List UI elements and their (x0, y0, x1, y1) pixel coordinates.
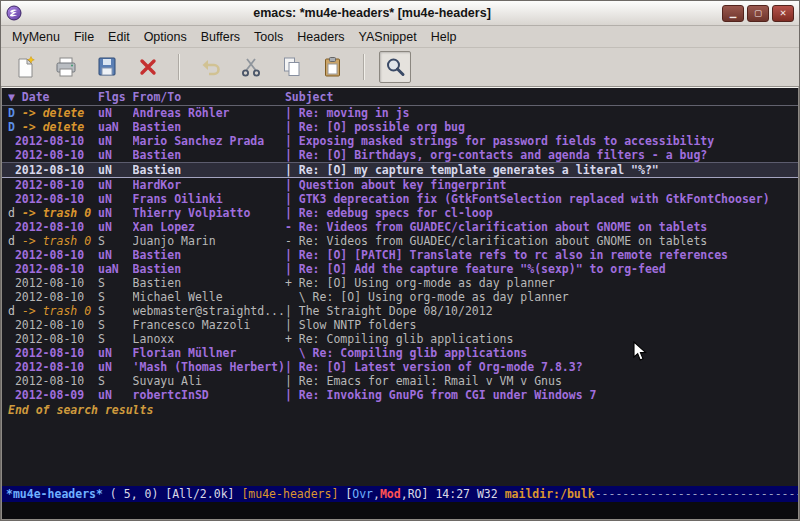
print-button[interactable] (50, 51, 82, 83)
message-row[interactable]: D -> deleteuaNBastien| Re: [O] possible … (2, 120, 798, 134)
message-row[interactable]: 2012-08-10uaNBastien| Re: [O] Add the ca… (2, 262, 798, 276)
message-row[interactable]: 2012-08-10uNHardKor| Question about key … (2, 178, 798, 192)
mark-char: d (8, 304, 15, 318)
menu-buffers[interactable]: Buffers (194, 28, 247, 46)
cell-flags: S (98, 290, 133, 304)
cell-from: robertcInSD (133, 388, 285, 402)
cell-subject: | The Straight Dope 08/10/2012 (285, 304, 798, 318)
header-date[interactable]: ▼ Date (8, 90, 98, 105)
mark-char: D (8, 120, 15, 134)
cell-from: webmaster@straightd... (133, 304, 285, 318)
cell-flags: uN (98, 192, 133, 206)
cell-date: D -> delete (8, 106, 98, 120)
close-buffer-button[interactable] (132, 51, 164, 83)
message-list: D -> deleteuNAndreas Röhler| Re: moving … (2, 106, 798, 402)
header-from[interactable]: From/To (133, 90, 285, 105)
minimize-button[interactable]: ▁ (722, 5, 744, 22)
cell-subject: - Re: Videos from GUADEC/clarification a… (285, 220, 798, 234)
message-row[interactable]: 2012-08-10uNBastien| Re: [O] Birthdays, … (2, 148, 798, 162)
modeline-modified-flag: Mod (380, 487, 401, 501)
cell-subject: | Re: [O] Add the capture feature "%(sex… (285, 262, 798, 276)
cell-from: Bastien (133, 276, 285, 290)
cell-from: Bastien (133, 148, 285, 162)
close-button[interactable]: ✕ (772, 5, 794, 22)
cell-flags: uN (98, 220, 133, 234)
new-file-icon (13, 55, 37, 79)
cell-flags: uN (98, 148, 133, 162)
mu4e-headers-buffer[interactable]: ▼ Date Flgs From/To Subject D -> deleteu… (2, 88, 798, 486)
message-row[interactable]: 2012-08-10uNMario Sanchez Prada| Exposin… (2, 134, 798, 148)
message-row[interactable]: 2012-08-10uNBastien| Re: [O] [PATCH] Tra… (2, 248, 798, 262)
message-row[interactable]: 2012-08-10SSuvayu Ali| Re: Emacs for ema… (2, 374, 798, 388)
cell-subject: | Re: [O] Latest version of Org-mode 7.8… (285, 360, 798, 374)
message-row[interactable]: 2012-08-10SFrancesco Mazzoli| Slow NNTP … (2, 318, 798, 332)
close-buffer-icon (136, 55, 160, 79)
menu-tools[interactable]: Tools (247, 28, 290, 46)
cell-subject: | Re: [O] possible org bug (285, 120, 798, 134)
new-file-button[interactable] (9, 51, 41, 83)
cell-flags: S (98, 374, 133, 388)
search-icon (383, 55, 407, 79)
cell-subject: | Re: moving in js (285, 106, 798, 120)
message-row[interactable]: 2012-08-10SMichael Welle \ Re: [O] Using… (2, 290, 798, 304)
menu-mymenu[interactable]: MyMenu (5, 28, 67, 46)
mark-char: D (8, 106, 15, 120)
menu-edit[interactable]: Edit (101, 28, 137, 46)
cell-subject: | GTK3 deprecation fix (GtkFontSelection… (285, 192, 798, 206)
maximize-button[interactable]: ▢ (747, 5, 769, 22)
header-line: ▼ Date Flgs From/To Subject (2, 90, 798, 106)
print-icon (54, 55, 78, 79)
save-button[interactable] (91, 51, 123, 83)
menu-help[interactable]: Help (424, 28, 464, 46)
cell-from: 'Mash (Thomas Herbert) (133, 360, 285, 374)
message-row[interactable]: 2012-08-10uNFlorian Müllner \ Re: Compil… (2, 346, 798, 360)
modeline-range: [All/2.0k] (165, 487, 241, 501)
cell-subject: | Re: [O] [PATCH] Translate refs to rc a… (285, 248, 798, 262)
menu-file[interactable]: File (67, 28, 101, 46)
modeline-buffer-name[interactable]: *mu4e-headers* (6, 487, 103, 501)
menu-headers[interactable]: Headers (290, 28, 351, 46)
paste-button[interactable] (317, 51, 349, 83)
message-row[interactable]: d -> trash 0uNThierry Volpiatto| Re: ede… (2, 206, 798, 220)
menu-yasnippet[interactable]: YASnippet (352, 28, 424, 46)
cell-from: Thierry Volpiatto (133, 206, 285, 220)
cell-from: Mario Sanchez Prada (133, 134, 285, 148)
search-button[interactable] (379, 51, 411, 83)
message-row[interactable]: 2012-08-10SBastien+ Re: [O] Using org-mo… (2, 276, 798, 290)
cell-from: Lanoxx (133, 332, 285, 346)
cell-date: 2012-08-09 (8, 388, 98, 402)
toolbar (1, 48, 799, 87)
mark-action: -> trash 0 (22, 234, 91, 248)
message-row[interactable]: d -> trash 0Swebmaster@straightd...| The… (2, 304, 798, 318)
cell-date: D -> delete (8, 120, 98, 134)
cell-from: Michael Welle (133, 290, 285, 304)
message-row[interactable]: 2012-08-10uN'Mash (Thomas Herbert)| Re: … (2, 360, 798, 374)
message-row[interactable]: d -> trash 0SJuanjo Marin- Re: Videos fr… (2, 234, 798, 248)
message-row[interactable]: 2012-08-10SLanoxx+ Re: Compiling glib ap… (2, 332, 798, 346)
message-row[interactable]: 2012-08-10uNXan Lopez- Re: Videos from G… (2, 220, 798, 234)
mark-action: -> trash 0 (22, 304, 91, 318)
paste-icon (321, 55, 345, 79)
message-row[interactable]: 2012-08-09uNrobertcInSD| Re: Invoking Gn… (2, 388, 798, 402)
cell-from: Xan Lopez (133, 220, 285, 234)
cell-subject: \ Re: [O] Using org-mode as day planner (285, 290, 798, 304)
cell-date: 2012-08-10 (8, 290, 98, 304)
modeline-ovr-flag: Ovr (352, 487, 373, 501)
copy-button[interactable] (276, 51, 308, 83)
cell-flags: S (98, 304, 133, 318)
modeline-major-mode[interactable]: [mu4e-headers] (241, 487, 345, 501)
cell-date: 2012-08-10 (8, 220, 98, 234)
cell-flags: uN (98, 106, 133, 120)
cell-subject: \ Re: Compiling glib applications (285, 346, 798, 360)
cell-subject: + Re: Compiling glib applications (285, 332, 798, 346)
menu-options[interactable]: Options (137, 28, 194, 46)
message-row[interactable]: 2012-08-10uNFrans Oilinki| GTK3 deprecat… (2, 192, 798, 206)
titlebar: emacs: *mu4e-headers* [mu4e-headers] ▁ ▢… (1, 1, 799, 26)
echo-area[interactable] (2, 502, 798, 519)
header-flags[interactable]: Flgs (98, 90, 133, 105)
header-subject[interactable]: Subject (285, 90, 798, 105)
cut-button[interactable] (235, 51, 267, 83)
message-row[interactable]: D -> deleteuNAndreas Röhler| Re: moving … (2, 106, 798, 120)
message-row-current[interactable]: 2012-08-10uNBastien| Re: [O] my capture … (2, 162, 798, 178)
window-title: emacs: *mu4e-headers* [mu4e-headers] (26, 6, 718, 20)
